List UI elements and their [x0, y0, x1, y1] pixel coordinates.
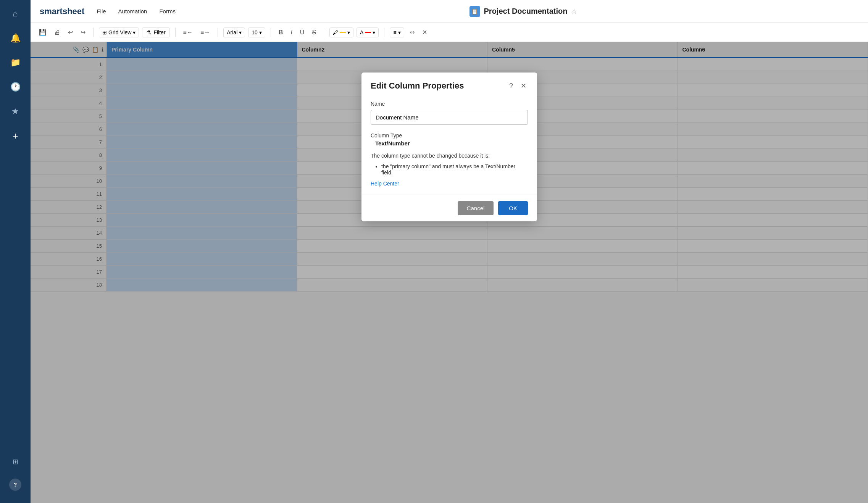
grid-view-dropdown[interactable]: ⊞ Grid View ▾: [99, 27, 139, 37]
toolbar-sep-5: [324, 28, 324, 37]
align-icon: ≡: [393, 29, 396, 35]
app-logo: smartsheet: [40, 6, 84, 16]
modal-help-button[interactable]: ?: [508, 81, 515, 92]
clear-format-button[interactable]: ✕: [420, 27, 429, 37]
wrap-text-button[interactable]: ⇔: [407, 27, 417, 37]
text-color-dropdown[interactable]: A ▾: [357, 27, 379, 37]
toolbar-sep-4: [271, 28, 271, 37]
title-area: 📋 Project Documentation ☆: [188, 6, 859, 17]
sheet-icon: 📋: [469, 6, 480, 17]
underline-button[interactable]: U: [298, 27, 307, 37]
print-button[interactable]: 🖨: [52, 27, 63, 37]
grid-view-chevron-icon: ▾: [133, 29, 136, 35]
nav-file[interactable]: File: [97, 8, 106, 15]
filter-button[interactable]: ⚗ Filter: [142, 27, 169, 37]
toolbar-sep-1: [93, 28, 94, 37]
text-color-bar: [365, 32, 371, 33]
indent-decrease-button[interactable]: ≡←: [181, 27, 195, 37]
highlight-color-dropdown[interactable]: 🖍 ▾: [329, 27, 353, 37]
cancel-button[interactable]: Cancel: [458, 201, 494, 215]
font-size-chevron-icon: ▾: [259, 29, 262, 35]
restriction-text: The column type cannot be changed becaus…: [371, 153, 528, 159]
font-chevron-icon: ▾: [239, 29, 242, 35]
font-dropdown[interactable]: Arial ▾: [223, 27, 245, 37]
save-button[interactable]: 💾: [37, 27, 49, 37]
grid-view-label: Grid View: [108, 29, 131, 35]
name-label: Name: [371, 101, 528, 107]
font-size-label: 10: [252, 29, 258, 35]
nav-forms[interactable]: Forms: [159, 8, 176, 15]
modal-header-icons: ? ✕: [508, 80, 528, 92]
column-type-value: Text/Number: [371, 140, 528, 147]
restriction-item: the "primary column" and must always be …: [381, 163, 528, 176]
edit-column-modal: Edit Column Properties ? ✕ Name Column T…: [361, 73, 537, 221]
grid-area: 📎 💬 📋 ℹ Primary Column Column2 Column5 C…: [31, 42, 868, 503]
plus-icon[interactable]: +: [8, 128, 23, 143]
sidebar: ⌂ 🔔 📁 🕐 ★ + ⊞ ?: [0, 0, 31, 503]
top-nav: File Automation Forms: [97, 8, 176, 15]
redo-button[interactable]: ↪: [78, 27, 88, 37]
filter-icon: ⚗: [146, 29, 151, 35]
filter-label: Filter: [153, 29, 165, 35]
toolbar-sep-3: [218, 28, 218, 37]
strikethrough-button[interactable]: S: [310, 27, 318, 37]
modal-footer: Cancel OK: [361, 195, 537, 221]
highlight-icon: 🖍: [333, 29, 338, 35]
star-icon[interactable]: ★: [8, 104, 23, 119]
toolbar-sep-2: [175, 28, 176, 37]
help-center-link[interactable]: Help Center: [371, 181, 399, 187]
ok-button[interactable]: OK: [498, 201, 528, 215]
bell-icon[interactable]: 🔔: [8, 31, 23, 46]
toolbar-sep-6: [384, 28, 384, 37]
modal-overlay: Edit Column Properties ? ✕ Name Column T…: [31, 42, 868, 503]
modal-title: Edit Column Properties: [371, 81, 464, 91]
home-icon[interactable]: ⌂: [8, 6, 23, 21]
highlight-chevron-icon: ▾: [347, 29, 350, 35]
undo-button[interactable]: ↩: [66, 27, 75, 37]
modal-header: Edit Column Properties ? ✕: [361, 73, 537, 98]
italic-button[interactable]: I: [288, 27, 294, 37]
modal-close-button[interactable]: ✕: [519, 80, 528, 92]
restriction-list: the "primary column" and must always be …: [371, 163, 528, 176]
toolbar: 💾 🖨 ↩ ↪ ⊞ Grid View ▾ ⚗ Filter ≡← ≡→ Ari…: [31, 23, 868, 42]
text-color-icon: A: [360, 29, 363, 35]
favorite-star-icon[interactable]: ☆: [571, 7, 577, 16]
align-chevron-icon: ▾: [398, 29, 401, 35]
modal-body: Name Column Type Text/Number The column …: [361, 98, 537, 195]
sheet-title: Project Documentation: [484, 7, 568, 16]
font-label: Arial: [227, 29, 237, 35]
clock-icon[interactable]: 🕐: [8, 79, 23, 95]
name-input[interactable]: [371, 110, 528, 125]
highlight-color-bar: [340, 32, 346, 33]
folder-icon[interactable]: 📁: [8, 55, 23, 70]
nav-automation[interactable]: Automation: [118, 8, 147, 15]
column-type-label: Column Type: [371, 132, 528, 139]
align-dropdown[interactable]: ≡ ▾: [390, 27, 404, 37]
grid-icon[interactable]: ⊞: [8, 454, 23, 469]
bold-button[interactable]: B: [276, 27, 286, 37]
grid-view-icon: ⊞: [102, 29, 107, 35]
text-color-chevron-icon: ▾: [373, 29, 375, 35]
main-area: smartsheet File Automation Forms 📋 Proje…: [31, 0, 868, 503]
font-size-dropdown[interactable]: 10 ▾: [248, 27, 265, 37]
logo-area: ⌂: [8, 6, 23, 21]
indent-increase-button[interactable]: ≡→: [198, 27, 212, 37]
topbar: smartsheet File Automation Forms 📋 Proje…: [31, 0, 868, 23]
help-icon[interactable]: ?: [9, 479, 21, 491]
